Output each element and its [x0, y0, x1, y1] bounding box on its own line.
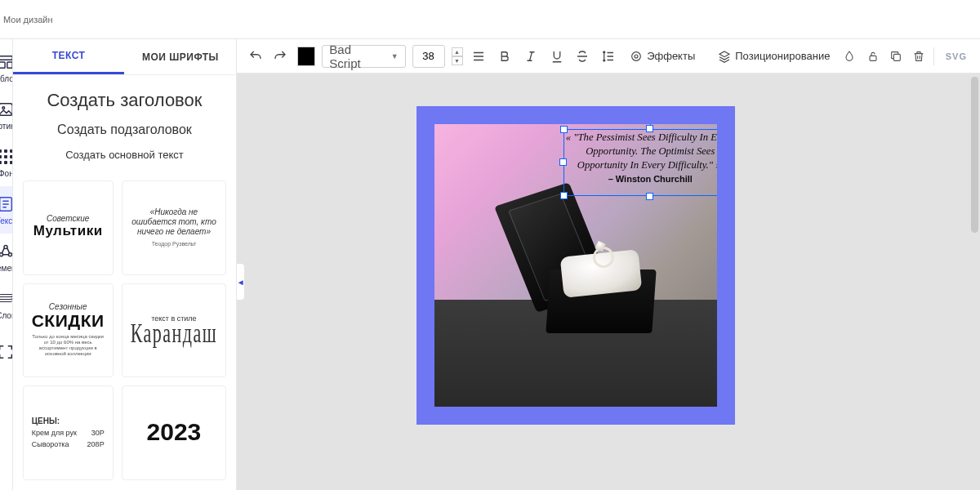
svg-rect-2	[7, 62, 12, 68]
align-button[interactable]	[470, 46, 489, 67]
rail-layers[interactable]: Слои	[0, 281, 13, 328]
svg-rect-0	[0, 56, 13, 60]
panel-tabs: ТЕКСТ МОИ ШРИФТЫ	[13, 39, 237, 75]
template-thumb[interactable]: «Никогда не ошибается тот, кто ничего не…	[122, 180, 227, 275]
rail-text[interactable]: Текст	[0, 186, 13, 234]
background-icon	[0, 148, 13, 166]
bold-button[interactable]	[495, 46, 514, 67]
text-icon	[0, 195, 13, 213]
rail-resize[interactable]	[0, 328, 13, 376]
text-color-swatch[interactable]	[297, 47, 315, 66]
scrollbar-vertical[interactable]	[971, 77, 978, 487]
step-up[interactable]: ▲	[452, 47, 463, 56]
selection-frame[interactable]	[564, 129, 717, 196]
text-toolbar: Bad Script ▼ ▲▼ Эффекты Позиционирование	[237, 39, 980, 74]
delete-button[interactable]	[911, 47, 927, 65]
duplicate-button[interactable]	[888, 47, 904, 65]
svg-rect-12	[893, 54, 900, 60]
add-subheading[interactable]: Создать подзаголовок	[26, 122, 224, 137]
text-panel: ТЕКСТ МОИ ШРИФТЫ Создать заголовок Созда…	[13, 39, 238, 490]
svg-point-8	[9, 252, 12, 256]
strikethrough-button[interactable]	[573, 46, 593, 67]
template-thumb[interactable]: 2023	[122, 385, 227, 480]
canvas-stage[interactable]: ◄ « "The Pessimist Sees Difficulty In Ev…	[237, 74, 980, 490]
line-height-button[interactable]	[599, 46, 618, 67]
svg-point-6	[4, 245, 7, 248]
redo-button[interactable]	[270, 46, 291, 67]
scrollbar-thumb[interactable]	[971, 77, 978, 233]
layers-icon	[0, 290, 13, 308]
chevron-down-icon: ▼	[391, 52, 399, 60]
lock-button[interactable]	[865, 47, 881, 65]
rail-templates[interactable]: Шаблоны	[0, 44, 13, 91]
resize-handle[interactable]	[560, 126, 568, 133]
export-svg-button[interactable]: SVG	[941, 51, 972, 61]
template-thumb[interactable]: ЦЕНЫ: Крем для рук30Р Сыворотка208Р	[23, 385, 114, 480]
step-down[interactable]: ▼	[452, 56, 463, 65]
svg-point-10	[635, 55, 638, 58]
font-size-input[interactable]	[412, 45, 445, 68]
template-thumb[interactable]: Советские Мультики	[23, 180, 114, 275]
artboard-image: « "The Pessimist Sees Difficulty In Ever…	[434, 124, 717, 407]
svg-rect-11	[870, 56, 876, 60]
breadcrumb: Мои дизайн	[0, 15, 53, 24]
template-thumb[interactable]: Сезонные СКИДКИ Только до конца месяца с…	[23, 283, 114, 378]
font-family-select[interactable]: Bad Script ▼	[322, 45, 405, 68]
italic-button[interactable]	[521, 46, 541, 67]
collapse-panel-toggle[interactable]: ◄	[237, 263, 245, 301]
resize-handle[interactable]	[559, 158, 567, 166]
add-heading[interactable]: Создать заголовок	[26, 90, 224, 111]
top-bar: Мои дизайн	[0, 0, 980, 39]
effects-button[interactable]: Эффекты	[625, 45, 700, 68]
tab-my-fonts[interactable]: МОИ ШРИФТЫ	[124, 39, 236, 74]
rail-images[interactable]: Картинки	[0, 91, 13, 139]
canvas-column: Bad Script ▼ ▲▼ Эффекты Позиционирование	[237, 39, 980, 490]
elements-icon	[0, 243, 13, 261]
undo-button[interactable]	[245, 46, 266, 67]
artboard[interactable]: « "The Pessimist Sees Difficulty In Ever…	[416, 106, 735, 425]
font-size-stepper[interactable]: ▲▼	[452, 45, 463, 68]
svg-rect-1	[0, 62, 5, 68]
left-rail: Шаблоны Картинки Фон Текст Элементы Слои	[0, 39, 13, 490]
underline-button[interactable]	[547, 46, 567, 67]
resize-handle[interactable]	[560, 192, 568, 199]
rail-elements[interactable]: Элементы	[0, 234, 13, 281]
rail-background[interactable]: Фон	[0, 139, 13, 186]
image-icon	[0, 100, 13, 118]
templates-icon	[0, 53, 13, 71]
svg-point-9	[632, 51, 641, 60]
workspace: Шаблоны Картинки Фон Текст Элементы Слои…	[0, 39, 980, 490]
template-thumb[interactable]: текст в стиле Карандаш	[122, 283, 227, 378]
tab-text[interactable]: ТЕКСТ	[13, 39, 125, 74]
resize-handle[interactable]	[646, 193, 653, 200]
resize-handle[interactable]	[646, 125, 653, 132]
opacity-button[interactable]	[841, 47, 858, 65]
add-body[interactable]: Создать основной текст	[26, 149, 224, 161]
position-button[interactable]: Позиционирование	[713, 45, 835, 68]
text-presets: Создать заголовок Создать подзаголовок С…	[13, 75, 237, 176]
svg-point-7	[0, 252, 3, 256]
text-template-gallery: Советские Мультики «Никогда не ошибается…	[13, 176, 237, 490]
resize-icon	[0, 343, 13, 361]
svg-point-4	[2, 106, 5, 109]
